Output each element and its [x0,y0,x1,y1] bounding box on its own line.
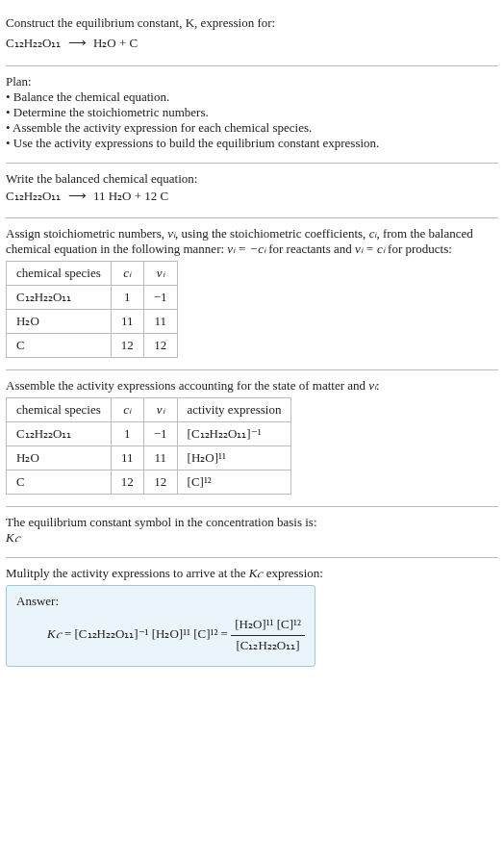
plan-item: • Determine the stoichiometric numbers. [6,105,498,120]
balanced-rhs: 11 H₂O + 12 C [93,189,168,203]
multiply-text: Mulitply the activity expressions to arr… [6,566,498,581]
table-header-row: chemical species cᵢ νᵢ activity expressi… [7,398,291,422]
stoich-text: Assign stoichiometric numbers, νᵢ, using… [6,226,498,257]
nu-symbol: νᵢ [167,226,175,241]
divider [6,557,498,558]
kc-symbol: K𝑐 [249,566,264,580]
plan-item: • Use the activity expressions to build … [6,136,498,151]
plan-item: • Assemble the activity expression for e… [6,120,498,136]
cell-species: C₁₂H₂₂O₁₁ [7,422,112,446]
plan-section: Plan: • Balance the chemical equation. •… [6,68,498,161]
symbol-text: The equilibrium constant symbol in the c… [6,515,498,530]
table-row: C₁₂H₂₂O₁₁ 1 −1 [7,286,178,310]
stoich-section: Assign stoichiometric numbers, νᵢ, using… [6,220,498,368]
kc-symbol: K𝑐 [47,627,62,642]
cell-ci: 1 [111,422,143,446]
stoich-table: chemical species cᵢ νᵢ C₁₂H₂₂O₁₁ 1 −1 H₂… [6,261,178,358]
balanced-equation: C₁₂H₂₂O₁₁ ⟶ 11 H₂O + 12 C [6,187,498,207]
table-row: H₂O 11 11 [7,310,178,334]
intro-section: Construct the equilibrium constant, K, e… [6,8,498,64]
cell-activity: [C₁₂H₂₂O₁₁]⁻¹ [177,422,291,446]
cell-nu: −1 [143,422,177,446]
answer-box: Answer: K𝑐 = [C₁₂H₂₂O₁₁]⁻¹ [H₂O]¹¹ [C]¹²… [6,585,315,667]
cell-ci: 11 [111,446,143,471]
col-nu: νᵢ [143,398,177,422]
table-row: C₁₂H₂₂O₁₁ 1 −1 [C₁₂H₂₂O₁₁]⁻¹ [7,422,291,446]
cell-species: C [7,334,112,358]
cell-nu: 12 [143,471,177,495]
balanced-heading: Write the balanced chemical equation: [6,171,498,187]
intro-equation: C₁₂H₂₂O₁₁ ⟶ H₂O + C [6,34,498,54]
table-row: C 12 12 [C]¹² [7,471,291,495]
activity-section: Assemble the activity expressions accoun… [6,372,498,504]
answer-label: Answer: [16,594,305,609]
cell-nu: 12 [143,334,177,358]
fraction-denominator: [C₁₂H₂₂O₁₁] [231,636,305,656]
arrow-icon: ⟶ [64,187,90,207]
answer-lhs: = [C₁₂H₂₂O₁₁]⁻¹ [H₂O]¹¹ [C]¹² = [62,627,232,642]
divider [6,163,498,164]
col-species: chemical species [7,262,112,286]
col-nu: νᵢ [143,262,177,286]
txt: : [376,378,380,393]
table-row: C 12 12 [7,334,178,358]
relation: νᵢ = cᵢ [355,242,385,256]
cell-nu: 11 [143,446,177,471]
multiply-section: Mulitply the activity expressions to arr… [6,560,498,676]
txt: for reactants and [265,242,355,256]
table-row: H₂O 11 11 [H₂O]¹¹ [7,446,291,471]
col-species: chemical species [7,398,112,422]
divider [6,217,498,218]
intro-lhs: C₁₂H₂₂O₁₁ [6,36,61,50]
cell-activity: [C]¹² [177,471,291,495]
col-ci: cᵢ [111,262,143,286]
cell-nu: 11 [143,310,177,334]
balanced-section: Write the balanced chemical equation: C₁… [6,165,498,216]
nu-symbol: νᵢ [368,378,376,393]
divider [6,506,498,507]
txt: Assign stoichiometric numbers, [6,226,167,241]
table-header-row: chemical species cᵢ νᵢ [7,262,178,286]
col-activity: activity expression [177,398,291,422]
fraction-numerator: [H₂O]¹¹ [C]¹² [231,615,305,636]
activity-heading: Assemble the activity expressions accoun… [6,378,498,394]
cell-species: H₂O [7,446,112,471]
cell-ci: 12 [111,334,143,358]
fraction: [H₂O]¹¹ [C]¹²[C₁₂H₂₂O₁₁] [231,615,305,656]
arrow-icon: ⟶ [64,34,90,54]
intro-rhs: H₂O + C [93,36,138,50]
txt: Mulitply the activity expressions to arr… [6,566,249,580]
txt: expression: [263,566,322,580]
cell-species: C [7,471,112,495]
plan-item: • Balance the chemical equation. [6,89,498,105]
intro-text: Construct the equilibrium constant, K, e… [6,15,275,30]
divider [6,369,498,370]
relation: νᵢ = −cᵢ [227,242,265,256]
answer-equation: K𝑐 = [C₁₂H₂₂O₁₁]⁻¹ [H₂O]¹¹ [C]¹² = [H₂O]… [16,615,305,656]
plan-heading: Plan: [6,74,498,89]
symbol-section: The equilibrium constant symbol in the c… [6,509,498,555]
cell-ci: 1 [111,286,143,310]
cell-nu: −1 [143,286,177,310]
kc-symbol: K𝑐 [6,530,498,546]
txt: Assemble the activity expressions accoun… [6,378,368,393]
intro-line1: Construct the equilibrium constant, K, e… [6,13,498,34]
cell-activity: [H₂O]¹¹ [177,446,291,471]
cell-species: C₁₂H₂₂O₁₁ [7,286,112,310]
divider [6,65,498,66]
activity-table: chemical species cᵢ νᵢ activity expressi… [6,397,291,495]
txt: for products: [385,242,452,256]
cell-ci: 12 [111,471,143,495]
txt: , using the stoichiometric coefficients, [175,226,369,241]
balanced-lhs: C₁₂H₂₂O₁₁ [6,189,61,203]
cell-species: H₂O [7,310,112,334]
col-ci: cᵢ [111,398,143,422]
cell-ci: 11 [111,310,143,334]
